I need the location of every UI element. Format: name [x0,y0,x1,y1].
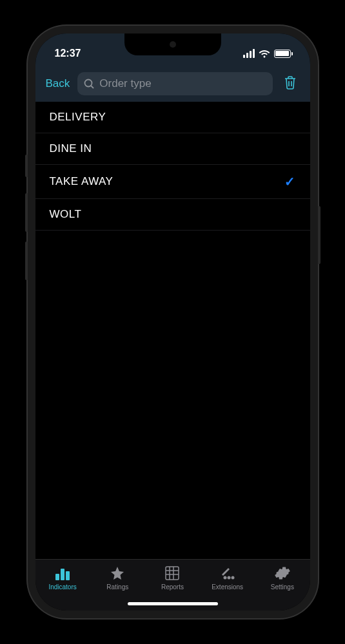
back-button[interactable]: Back [46,77,70,90]
tab-label: Settings [271,583,294,591]
home-indicator[interactable] [128,602,218,605]
tab-label: Indicators [48,583,76,591]
list-item-dine-in[interactable]: DINE IN [35,133,310,165]
svg-point-13 [227,576,230,580]
extensions-icon [219,565,236,582]
battery-icon [274,50,291,58]
tab-extensions[interactable]: Extensions [205,565,250,591]
tab-label: Extensions [212,583,243,591]
status-time: 12:37 [55,48,81,59]
list-item-wolt[interactable]: WOLT [35,199,310,231]
svg-rect-4 [55,574,59,580]
list-item-delivery[interactable]: DELIVERY [35,102,310,133]
nav-bar: Back [35,66,310,102]
star-icon [109,565,126,582]
tab-settings[interactable]: Settings [260,565,305,591]
svg-rect-7 [166,567,179,580]
list-item-take-away[interactable]: TAKE AWAY ✓ [35,165,310,199]
wifi-icon [259,50,270,58]
list-item-label: TAKE AWAY [50,175,113,188]
tab-label: Reports [161,583,184,591]
list-item-label: WOLT [50,208,82,221]
list-item-label: DELIVERY [50,111,106,124]
tab-indicators[interactable]: Indicators [40,565,85,591]
svg-line-1 [91,86,94,88]
status-indicators [243,49,291,58]
search-input[interactable] [99,77,266,90]
svg-point-0 [85,80,92,87]
trash-button[interactable] [281,72,300,95]
camera-dot [170,41,176,48]
checkmark-icon: ✓ [284,174,296,189]
list-item-label: DINE IN [50,142,92,155]
screen: 12:37 Back [35,33,310,611]
cellular-signal-icon [243,49,255,58]
content-list: DELIVERY DINE IN TAKE AWAY ✓ WOLT [35,102,310,559]
svg-point-12 [223,576,226,580]
gear-icon [274,565,291,582]
power-button [318,206,320,264]
search-container[interactable] [77,72,272,95]
svg-rect-6 [66,571,70,580]
trash-icon [283,75,297,90]
tab-ratings[interactable]: Ratings [95,565,140,591]
svg-rect-5 [61,569,64,580]
tab-reports[interactable]: Reports [150,565,195,591]
grid-icon [164,565,181,582]
notch [124,33,221,55]
tab-label: Ratings [106,583,128,591]
indicators-icon [54,565,71,582]
device-frame: 12:37 Back [28,26,318,618]
search-icon [84,79,94,89]
svg-point-14 [231,576,234,580]
